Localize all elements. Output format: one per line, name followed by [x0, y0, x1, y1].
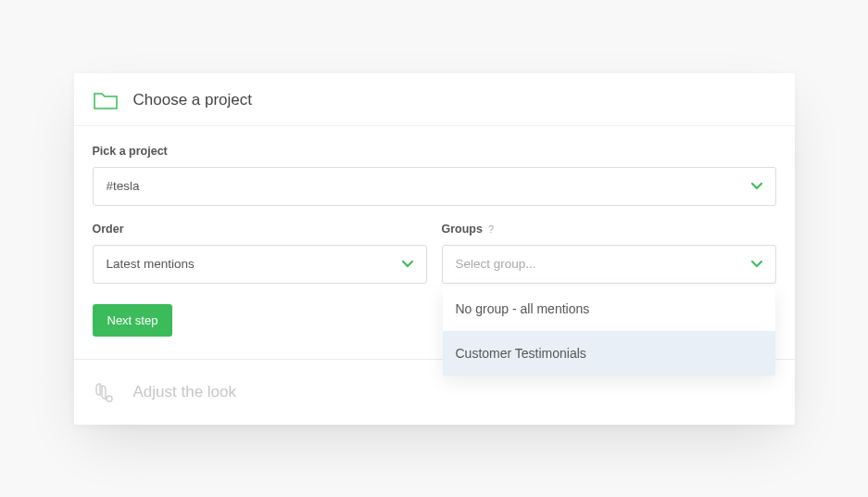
groups-option-no-group[interactable]: No group - all mentions — [443, 287, 775, 331]
groups-dropdown: No group - all mentions Customer Testimo… — [443, 287, 775, 376]
groups-option-customer-testimonials[interactable]: Customer Testimonials — [443, 331, 775, 376]
order-groups-row: Order Latest mentions Groups ? Select gr… — [93, 223, 776, 284]
order-label: Order — [93, 223, 427, 236]
svg-point-0 — [107, 396, 112, 401]
project-label: Pick a project — [93, 145, 776, 158]
folder-icon — [93, 90, 119, 110]
step2-title: Adjust the look — [133, 383, 237, 401]
order-field: Order Latest mentions — [93, 223, 427, 284]
order-value: Latest mentions — [107, 257, 195, 271]
groups-field: Groups ? Select group... No group - all … — [442, 223, 776, 284]
chevron-down-icon — [751, 258, 762, 271]
next-step-button[interactable]: Next step — [93, 304, 173, 337]
wizard-card: Choose a project Pick a project #tesla O… — [74, 73, 795, 425]
project-select[interactable]: #tesla — [93, 167, 776, 206]
project-field: Pick a project #tesla — [93, 145, 776, 206]
help-icon[interactable]: ? — [488, 223, 494, 235]
step1-title: Choose a project — [133, 91, 253, 109]
project-value: #tesla — [107, 179, 140, 193]
paint-icon — [93, 382, 119, 402]
step1-body: Pick a project #tesla Order Latest menti… — [74, 126, 795, 359]
groups-placeholder: Select group... — [456, 257, 536, 271]
chevron-down-icon — [402, 258, 413, 271]
groups-select[interactable]: Select group... No group - all mentions … — [442, 245, 776, 284]
order-select[interactable]: Latest mentions — [93, 245, 427, 284]
groups-label-text: Groups — [442, 223, 483, 236]
chevron-down-icon — [751, 180, 762, 193]
groups-label: Groups ? — [442, 223, 776, 236]
step1-header: Choose a project — [74, 73, 795, 126]
